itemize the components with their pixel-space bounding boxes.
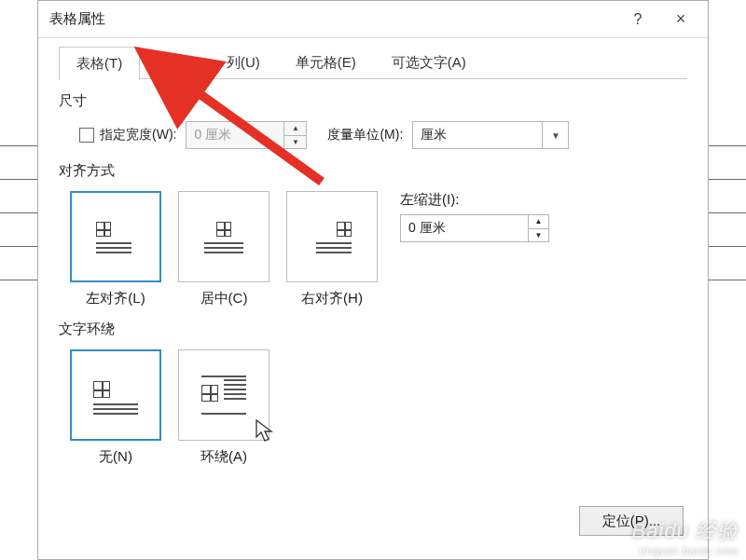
- spinner-buttons: ▲ ▼: [528, 215, 548, 241]
- wrap-around-label: 环绕(A): [178, 448, 269, 466]
- wrap-none-label: 无(N): [70, 448, 161, 466]
- align-right-label: 右对齐(H): [286, 290, 378, 307]
- help-icon: ?: [634, 11, 642, 28]
- align-right-option[interactable]: [286, 191, 378, 282]
- width-value: 0 厘米: [186, 127, 283, 143]
- align-left-icon: [96, 218, 135, 255]
- tab-row[interactable]: 行(R): [140, 46, 209, 79]
- table-properties-dialog: 表格属性 ? × 表格(T) 行(R) 列(U) 单元格(E) 可选文字(A) …: [37, 0, 709, 560]
- size-section-label: 尺寸: [59, 92, 687, 110]
- left-indent-spinner[interactable]: 0 厘米 ▲ ▼: [400, 214, 549, 242]
- titlebar: 表格属性 ? ×: [38, 1, 708, 38]
- align-center-label: 居中(C): [178, 290, 269, 307]
- tab-cell[interactable]: 单元格(E): [278, 46, 374, 79]
- left-indent-label: 左缩进(I):: [400, 191, 549, 209]
- close-icon: ×: [676, 9, 686, 29]
- align-right-icon: [312, 218, 352, 255]
- watermark-brand: Baidu 经验: [632, 519, 739, 542]
- spinner-buttons: ▲ ▼: [283, 122, 306, 148]
- tab-column[interactable]: 列(U): [209, 46, 278, 79]
- specify-width-label: 指定宽度(W):: [100, 127, 176, 143]
- dialog-title: 表格属性: [49, 10, 105, 28]
- align-center-option[interactable]: [178, 191, 269, 282]
- wrap-around-icon: [201, 376, 246, 415]
- spinner-up-icon[interactable]: ▲: [529, 215, 548, 229]
- align-left-label: 左对齐(L): [70, 290, 161, 307]
- spinner-down-icon[interactable]: ▼: [284, 136, 306, 149]
- wrap-none-icon: [93, 376, 138, 415]
- width-spinner[interactable]: 0 厘米 ▲ ▼: [186, 121, 307, 149]
- specify-width-checkbox[interactable]: 指定宽度(W):: [79, 127, 176, 143]
- tabstrip: 表格(T) 行(R) 列(U) 单元格(E) 可选文字(A): [59, 46, 687, 79]
- close-button[interactable]: ×: [659, 5, 702, 34]
- align-center-icon: [204, 218, 243, 255]
- spinner-up-icon[interactable]: ▲: [284, 122, 306, 136]
- wrap-section-label: 文字环绕: [59, 321, 687, 338]
- measure-unit-combo[interactable]: 厘米 ▼: [412, 121, 569, 149]
- help-button[interactable]: ?: [616, 5, 659, 34]
- watermark: Baidu 经验 jingyan.baidu.com: [632, 517, 739, 556]
- wrap-around-option[interactable]: [178, 349, 269, 441]
- wrap-none-option[interactable]: [70, 349, 161, 441]
- tab-alt-text[interactable]: 可选文字(A): [374, 46, 484, 79]
- chevron-down-icon: ▼: [542, 122, 568, 148]
- alignment-section-label: 对齐方式: [59, 162, 687, 180]
- measure-unit-label: 度量单位(M):: [327, 127, 403, 143]
- align-left-option[interactable]: [70, 191, 161, 282]
- spinner-down-icon[interactable]: ▼: [529, 229, 548, 242]
- watermark-url: jingyan.baidu.com: [632, 545, 739, 556]
- measure-unit-value: 厘米: [421, 127, 447, 143]
- tab-table[interactable]: 表格(T): [59, 47, 140, 80]
- checkbox-icon: [79, 128, 94, 143]
- left-indent-value: 0 厘米: [401, 220, 528, 237]
